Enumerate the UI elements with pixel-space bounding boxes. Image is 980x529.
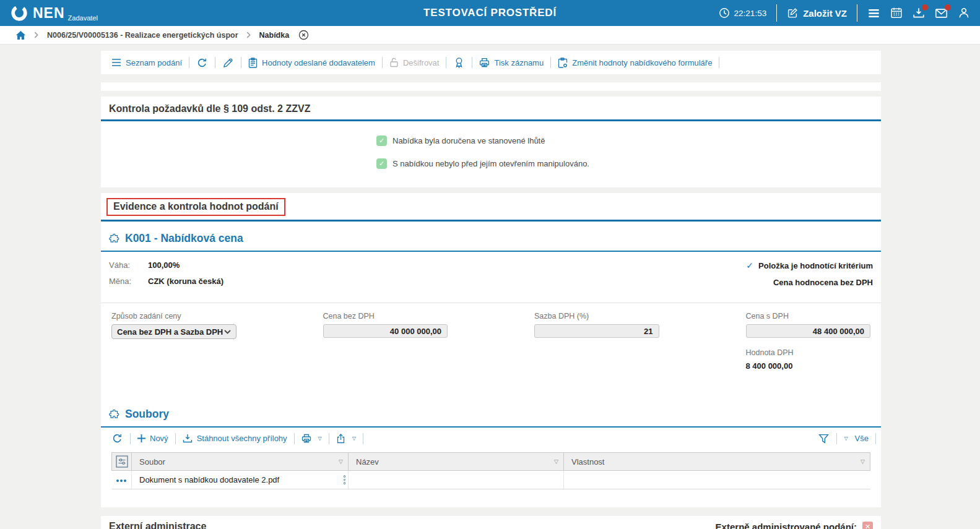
dropdown-triangle-icon: ▽ [352, 436, 356, 441]
filter-triangle-icon[interactable]: ▽ [339, 458, 343, 465]
clock: 22:21:53 [719, 7, 767, 19]
edit-button[interactable] [215, 58, 241, 68]
clock-time: 22:21:53 [734, 9, 767, 18]
soubory-title: Soubory [125, 408, 169, 421]
check-label: Nabídka byla doručena ve stanovené lhůtě [392, 136, 545, 145]
clipboard-icon [248, 58, 258, 68]
user-icon [958, 7, 970, 19]
subsection-k001: K001 - Nabídková cena Váha: 100,00% Měna… [101, 221, 881, 371]
red-cross-icon: ✕ [862, 522, 873, 529]
field-sazba-dph: Sazba DPH (%) 21 [534, 312, 659, 339]
vse-label: Vše [855, 434, 869, 443]
hodnoty-odeslane-button[interactable]: Hodnoty odeslané dodavatelem [241, 58, 382, 68]
tisk-zaznamu-button[interactable]: Tisk záznamu [472, 58, 550, 67]
zpusob-select[interactable]: Cena bez DPH a Sazba DPH [111, 324, 236, 339]
inbox-button[interactable] [913, 7, 925, 19]
puzzle-icon [109, 409, 119, 419]
sazba-dph-label: Sazba DPH (%) [534, 312, 659, 320]
row-actions-button[interactable] [112, 471, 132, 489]
file-name[interactable]: Dokument s nabídkou dodavatele 2.pdf [139, 475, 279, 484]
flag-kriterium: ✓ Položka je hodnotící kritérium [746, 260, 873, 270]
flag-bez-dph-label: Cena hodnocena bez DPH [773, 278, 873, 287]
seznam-podani-label: Seznam podání [126, 58, 182, 67]
notification-dot [945, 4, 951, 11]
breadcrumb-current: Nabídka [259, 31, 290, 40]
seznam-podani-button[interactable]: Seznam podání [105, 58, 189, 67]
filter-button[interactable] [811, 434, 836, 444]
vaha-row: Váha: 100,00% [109, 260, 223, 270]
blue-check-icon: ✓ [746, 260, 753, 270]
novy-button[interactable]: Nový [131, 434, 175, 443]
column-header-soubor[interactable]: Soubor▽ [132, 453, 349, 471]
create-vz-button[interactable]: Založit VZ [787, 7, 847, 19]
cena-bez-dph-label: Cena bez DPH [323, 312, 448, 320]
close-tab-button[interactable] [298, 30, 309, 40]
separator [857, 4, 857, 22]
column-header-vlastnost[interactable]: Vlastnost▽ [564, 453, 870, 471]
hodnota-dph-label: Hodnota DPH [746, 348, 871, 357]
filter-triangle-icon[interactable]: ▽ [861, 458, 865, 465]
field-hodnota-dph: Hodnota DPH 8 400 000,00 [746, 348, 871, 371]
column-header-nazev[interactable]: Název▽ [349, 453, 564, 471]
puzzle-icon [109, 233, 119, 244]
tisk-zaznamu-label: Tisk záznamu [494, 58, 544, 67]
flag-bez-dph: Cena hodnocena bez DPH [746, 278, 873, 287]
notification-dot [922, 4, 928, 11]
user-button[interactable] [958, 7, 970, 19]
chevron-right-icon [34, 32, 39, 38]
nen-logo[interactable]: NEN Zadavatel [10, 4, 98, 22]
section-externi-administrace: Externí administrace Externě administrov… [101, 516, 881, 529]
file-row[interactable]: Dokument s nabídkou dodavatele 2.pdf [112, 471, 870, 489]
stahnout-prilohy-label: Stáhnout všechny přílohy [197, 434, 287, 443]
column-drag-handle[interactable] [344, 475, 346, 484]
filter-triangle-icon[interactable]: ▽ [554, 458, 558, 465]
vse-filter-button[interactable]: ▽ Vše [837, 434, 875, 443]
stahnout-prilohy-button[interactable]: Stáhnout všechny přílohy [176, 434, 294, 444]
breadcrumb-contract[interactable]: N006/25/V00005136 - Realizace energetick… [47, 31, 238, 40]
files-refresh-button[interactable] [105, 433, 130, 444]
home-icon [15, 30, 26, 40]
section-title: Externí administrace [109, 521, 206, 529]
breadcrumb: N006/25/V00005136 - Realizace energetick… [0, 26, 980, 45]
sliders-icon [116, 455, 128, 468]
k001-title: K001 - Nabídková cena [125, 232, 243, 245]
award-button[interactable] [446, 57, 472, 68]
cena-s-dph-input[interactable]: 48 400 000,00 [746, 324, 871, 338]
hamburger-icon [867, 7, 880, 20]
refresh-button[interactable] [189, 58, 215, 68]
green-check-icon: ✓ [376, 135, 387, 146]
dropdown-triangle-icon: ▽ [844, 436, 848, 441]
green-check-icon: ✓ [376, 158, 387, 169]
files-table: Soubor▽ Název▽ Vlastnost▽ [111, 452, 870, 489]
zmenit-hodnoty-button[interactable]: Změnit hodnoty nabídkového formuláře [551, 58, 719, 68]
messages-button[interactable] [935, 7, 948, 20]
cena-s-dph-label: Cena s DPH [746, 312, 871, 320]
field-cena-s-dph: Cena s DPH 48 400 000,00 [746, 312, 871, 339]
files-export-button[interactable]: ▽ [329, 434, 363, 444]
award-ribbon-icon [454, 57, 464, 68]
files-toolbar: Nový Stáhnout všechny přílohy [101, 428, 881, 449]
desifrovat-button[interactable]: Dešifrovat [383, 58, 446, 67]
novy-label: Nový [150, 434, 168, 443]
cena-bez-dph-input[interactable]: 40 000 000,00 [323, 324, 448, 338]
toolbar-separator [719, 57, 719, 68]
nen-logo-icon [10, 4, 28, 22]
zpusob-label: Způsob zadání ceny [111, 312, 236, 320]
files-print-button[interactable]: ▽ [295, 434, 329, 443]
menu-button[interactable] [867, 7, 880, 20]
home-button[interactable] [15, 30, 26, 40]
calendar-button[interactable] [890, 7, 903, 19]
check-label: S nabídkou nebylo před jejím otevřením m… [392, 159, 589, 168]
externi-flag-label: Externě administrované podání: [716, 522, 857, 529]
clipboard-gear-icon [558, 58, 568, 68]
sazba-dph-input[interactable]: 21 [534, 324, 659, 338]
pencil-icon [223, 58, 233, 68]
list-icon [111, 58, 121, 67]
brand-name: NEN [33, 6, 65, 20]
printer-icon [479, 58, 490, 67]
field-zpusob-zadani: Způsob zadání ceny Cena bez DPH a Sazba … [111, 312, 236, 339]
column-label: Soubor [139, 457, 165, 467]
mena-label: Měna: [109, 277, 148, 286]
check-row-delivered: ✓ Nabídka byla doručena ve stanovené lhů… [376, 135, 881, 146]
column-config-button[interactable] [112, 453, 132, 471]
